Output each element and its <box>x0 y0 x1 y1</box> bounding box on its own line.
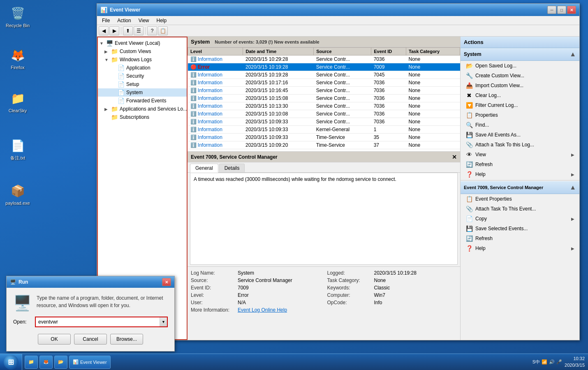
tree-setup[interactable]: 📄 Setup <box>98 80 187 88</box>
desktop-icon-note[interactable]: 📄 备注.txt <box>3 136 32 162</box>
table-row[interactable]: ℹ️ Information 2020/3/15 10:13:30 Servic… <box>188 102 460 110</box>
col-eventid[interactable]: Event ID <box>371 48 406 56</box>
actions-event-collapse[interactable]: ▲ <box>569 184 576 191</box>
menu-action[interactable]: Action <box>114 17 134 24</box>
cell-level: 🔴 Error <box>188 63 243 71</box>
table-row[interactable]: ℹ️ Information 2020/3/15 10:09:33 Kernel… <box>188 126 460 134</box>
toolbar-forward-button[interactable]: ▶ <box>109 26 119 35</box>
tab-general[interactable]: General <box>190 164 218 173</box>
run-input-wrapper: ▼ <box>35 317 168 327</box>
action-help-event[interactable]: ❓ Help ▶ <box>461 243 579 253</box>
run-input[interactable] <box>36 318 160 326</box>
tree-security[interactable]: 📄 Security <box>98 72 187 80</box>
toolbar-properties-button[interactable]: 📋 <box>158 26 168 35</box>
toolbar-show-hide-button[interactable]: ☰ <box>134 26 144 35</box>
tree-application[interactable]: 📄 Application <box>98 64 187 72</box>
col-category[interactable]: Task Category <box>406 48 460 56</box>
tree-system-icon: 📄 <box>118 89 125 96</box>
action-copy-event[interactable]: 📄 Copy ▶ <box>461 214 579 224</box>
menu-help[interactable]: Help <box>153 17 170 24</box>
desktop-icon-recycle-bin[interactable]: 🗑️ Recycle Bin <box>3 3 32 30</box>
detail-task-row: Task Category: None <box>327 278 457 283</box>
tab-details[interactable]: Details <box>219 164 245 172</box>
desktop-icon-clearsky[interactable]: 📁 ClearSky <box>3 88 32 115</box>
action-event-properties-label: Event Properties <box>475 196 574 202</box>
col-source[interactable]: Source <box>314 48 371 56</box>
action-open-saved-log[interactable]: 📂 Open Saved Log... <box>461 61 579 71</box>
cell-source: Time-Service <box>314 134 371 141</box>
action-save-all-events[interactable]: 💾 Save All Events As... <box>461 130 579 140</box>
run-cancel-button[interactable]: Cancel <box>74 334 107 345</box>
tree-custom-views[interactable]: ▶ 📁 Custom Views <box>98 47 187 56</box>
table-row[interactable]: ℹ️ Information 2020/3/15 10:19:28 Servic… <box>188 71 460 79</box>
action-properties[interactable]: 📋 Properties <box>461 110 579 120</box>
table-row[interactable]: ℹ️ Information 2020/3/15 10:29:28 Servic… <box>188 56 460 63</box>
copy-event-icon: 📄 <box>465 215 473 222</box>
tree-system[interactable]: 📄 System <box>98 88 187 97</box>
action-event-properties[interactable]: 📋 Event Properties <box>461 194 579 204</box>
close-button[interactable]: ✕ <box>567 6 576 14</box>
action-properties-label: Properties <box>475 112 574 118</box>
action-view[interactable]: 👁 View ▶ <box>461 150 579 160</box>
action-save-selected-events[interactable]: 💾 Save Selected Events... <box>461 224 579 234</box>
action-find[interactable]: 🔍 Find... <box>461 120 579 130</box>
detail-log-name-row: Log Name: System <box>191 270 321 276</box>
actions-system-title: System <box>464 51 482 57</box>
run-browse-button[interactable]: Browse... <box>110 334 143 345</box>
tree-root[interactable]: ▼ 🖥️ Event Viewer (Local) <box>98 39 187 47</box>
table-row[interactable]: ℹ️ Information 2020/3/15 10:09:33 Time-S… <box>188 134 460 141</box>
taskbar-firefox-button[interactable]: 🦊 <box>39 356 53 369</box>
action-clear-log[interactable]: ✖ Clear Log... <box>461 90 579 100</box>
cell-eventid: 7036 <box>371 110 406 118</box>
tree-subscriptions[interactable]: 📁 Subscriptions <box>98 113 187 121</box>
tree-expand-root: ▼ <box>100 41 106 46</box>
event-viewer-right-panel: System Number of events: 3,029 (!) New e… <box>188 37 460 340</box>
cell-level: ℹ️ Information <box>188 110 243 118</box>
table-row[interactable]: ℹ️ Information 2020/3/15 10:17:16 Servic… <box>188 79 460 87</box>
taskbar-ev-button[interactable]: 📊 Event Viewer <box>69 356 111 369</box>
start-button[interactable]: ⊞ <box>0 354 22 370</box>
table-row[interactable]: ℹ️ Information 2020/3/15 10:15:08 Servic… <box>188 95 460 102</box>
run-ok-button[interactable]: OK <box>38 334 71 345</box>
detail-close-button[interactable]: ✕ <box>452 154 457 160</box>
tree-application-label: Application <box>126 65 150 71</box>
desktop-icon-firefox[interactable]: 🦊 Firefox <box>3 45 32 72</box>
action-refresh-event[interactable]: 🔄 Refresh <box>461 234 579 243</box>
actions-event-title: Event 7009, Service Control Manager <box>464 185 543 190</box>
log-name-label: Log Name: <box>191 270 236 276</box>
table-row[interactable]: ℹ️ Information 2020/3/15 10:09:20 Time-S… <box>188 141 460 149</box>
tree-app-services[interactable]: ▶ 📁 Applications and Services Lo... <box>98 105 187 113</box>
table-row[interactable]: 🔴 Error 2020/3/15 10:19:28 Service Contr… <box>188 63 460 71</box>
action-filter-current-log[interactable]: 🔽 Filter Current Log... <box>461 100 579 110</box>
table-row[interactable]: ℹ️ Information 2020/3/15 10:10:08 Servic… <box>188 110 460 118</box>
taskbar-folder-button[interactable]: 📂 <box>54 356 67 369</box>
toolbar-up-button[interactable]: ⬆ <box>123 26 133 35</box>
run-close-button[interactable]: ✕ <box>162 278 171 286</box>
taskbar-explorer-button[interactable]: 📁 <box>25 356 38 369</box>
more-info-link[interactable]: Event Log Online Help <box>238 307 287 313</box>
actions-system-collapse[interactable]: ▲ <box>569 51 576 58</box>
cell-level: ℹ️ Information <box>188 141 243 149</box>
run-dropdown-button[interactable]: ▼ <box>160 317 167 326</box>
menu-file[interactable]: File <box>99 17 113 24</box>
table-row[interactable]: ℹ️ Information 2020/3/15 10:16:45 Servic… <box>188 87 460 95</box>
col-datetime[interactable]: Date and Time <box>243 48 314 56</box>
cell-level: ℹ️ Information <box>188 56 243 63</box>
menu-view[interactable]: View <box>135 17 153 24</box>
action-create-custom-view[interactable]: 🔧 Create Custom View... <box>461 71 579 81</box>
action-refresh-system[interactable]: 🔄 Refresh <box>461 160 579 169</box>
toolbar-back-button[interactable]: ◀ <box>99 26 109 35</box>
action-attach-task-event[interactable]: 📎 Attach Task To This Event... <box>461 204 579 214</box>
table-row[interactable]: ℹ️ Information 2020/3/15 10:09:33 Servic… <box>188 118 460 126</box>
maximize-button[interactable]: □ <box>557 6 566 14</box>
tree-windows-logs[interactable]: ▼ 📁 Windows Logs <box>98 56 187 64</box>
minimize-button[interactable]: ─ <box>547 6 556 14</box>
create-custom-view-icon: 🔧 <box>465 72 473 79</box>
desktop-icon-payload[interactable]: 📦 payload.exe <box>3 181 32 208</box>
tree-forwarded-events[interactable]: 📄 Forwarded Events <box>98 97 187 105</box>
action-attach-task-log[interactable]: 📎 Attach a Task To this Log... <box>461 140 579 150</box>
col-level[interactable]: Level <box>188 48 243 56</box>
toolbar-help-button[interactable]: ? <box>147 26 157 35</box>
action-help-system[interactable]: ❓ Help ▶ <box>461 169 579 179</box>
action-import-custom-view[interactable]: 📥 Import Custom View... <box>461 81 579 90</box>
